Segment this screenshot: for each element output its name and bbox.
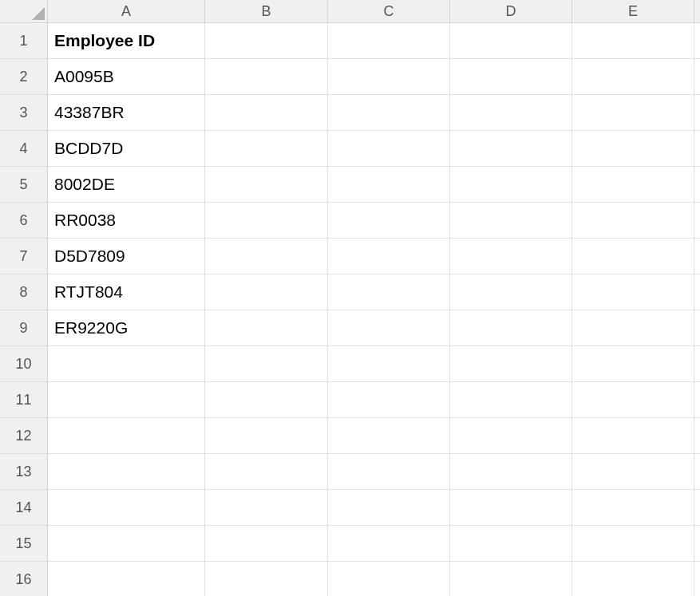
cell-D4[interactable] <box>450 131 572 167</box>
cell-E7[interactable] <box>572 239 694 274</box>
cell-A5[interactable]: 8002DE <box>48 167 205 203</box>
col-header-E[interactable]: E <box>572 0 694 23</box>
cell-D16[interactable] <box>450 562 572 596</box>
cell-C9[interactable] <box>328 310 450 346</box>
cell-E10[interactable] <box>572 346 694 382</box>
cell-D10[interactable] <box>450 346 572 382</box>
row-header-4[interactable]: 4 <box>0 131 48 167</box>
cell-partial-3[interactable] <box>694 95 700 131</box>
cell-C14[interactable] <box>328 490 450 526</box>
cell-partial-14[interactable] <box>694 490 700 526</box>
row-header-2[interactable]: 2 <box>0 59 48 95</box>
row-header-11[interactable]: 11 <box>0 382 48 418</box>
cell-E3[interactable] <box>572 95 694 131</box>
col-header-A[interactable]: A <box>48 0 205 23</box>
row-header-5[interactable]: 5 <box>0 167 48 203</box>
cell-E11[interactable] <box>572 382 694 418</box>
cell-E9[interactable] <box>572 310 694 346</box>
cell-C6[interactable] <box>328 203 450 239</box>
cell-C8[interactable] <box>328 274 450 310</box>
cell-B10[interactable] <box>205 346 328 382</box>
cell-A1[interactable]: Employee ID <box>48 23 205 59</box>
cell-E4[interactable] <box>572 131 694 167</box>
cell-A2[interactable]: A0095B <box>48 59 205 95</box>
cell-E1[interactable] <box>572 23 694 59</box>
cell-A8[interactable]: RTJT804 <box>48 274 205 310</box>
cell-partial-12[interactable] <box>694 418 700 454</box>
row-header-10[interactable]: 10 <box>0 346 48 382</box>
row-header-12[interactable]: 12 <box>0 418 48 454</box>
cell-partial-13[interactable] <box>694 454 700 490</box>
cell-B6[interactable] <box>205 203 328 239</box>
col-header-partial[interactable] <box>694 0 700 23</box>
cell-C13[interactable] <box>328 454 450 490</box>
cell-B3[interactable] <box>205 95 328 131</box>
cell-partial-7[interactable] <box>694 239 700 274</box>
cell-E5[interactable] <box>572 167 694 203</box>
cell-partial-10[interactable] <box>694 346 700 382</box>
cell-E16[interactable] <box>572 562 694 596</box>
cell-C5[interactable] <box>328 167 450 203</box>
row-header-7[interactable]: 7 <box>0 239 48 274</box>
cell-A10[interactable] <box>48 346 205 382</box>
cell-A14[interactable] <box>48 490 205 526</box>
cell-A4[interactable]: BCDD7D <box>48 131 205 167</box>
spreadsheet-grid[interactable]: A B C D E 1 Employee ID 2 A0095B 3 43387… <box>0 0 700 596</box>
cell-E14[interactable] <box>572 490 694 526</box>
cell-B14[interactable] <box>205 490 328 526</box>
cell-partial-6[interactable] <box>694 203 700 239</box>
row-header-3[interactable]: 3 <box>0 95 48 131</box>
cell-B1[interactable] <box>205 23 328 59</box>
cell-D7[interactable] <box>450 239 572 274</box>
col-header-D[interactable]: D <box>450 0 572 23</box>
cell-D1[interactable] <box>450 23 572 59</box>
cell-partial-11[interactable] <box>694 382 700 418</box>
cell-B13[interactable] <box>205 454 328 490</box>
cell-partial-9[interactable] <box>694 310 700 346</box>
row-header-9[interactable]: 9 <box>0 310 48 346</box>
cell-D11[interactable] <box>450 382 572 418</box>
row-header-13[interactable]: 13 <box>0 454 48 490</box>
cell-B12[interactable] <box>205 418 328 454</box>
cell-B11[interactable] <box>205 382 328 418</box>
cell-partial-16[interactable] <box>694 562 700 596</box>
cell-partial-2[interactable] <box>694 59 700 95</box>
cell-A9[interactable]: ER9220G <box>48 310 205 346</box>
cell-D14[interactable] <box>450 490 572 526</box>
cell-B8[interactable] <box>205 274 328 310</box>
cell-B16[interactable] <box>205 562 328 596</box>
row-header-15[interactable]: 15 <box>0 526 48 562</box>
cell-A6[interactable]: RR0038 <box>48 203 205 239</box>
cell-C4[interactable] <box>328 131 450 167</box>
cell-A3[interactable]: 43387BR <box>48 95 205 131</box>
cell-C11[interactable] <box>328 382 450 418</box>
cell-C1[interactable] <box>328 23 450 59</box>
cell-C7[interactable] <box>328 239 450 274</box>
row-header-1[interactable]: 1 <box>0 23 48 59</box>
cell-C2[interactable] <box>328 59 450 95</box>
cell-D15[interactable] <box>450 526 572 562</box>
cell-D6[interactable] <box>450 203 572 239</box>
cell-E6[interactable] <box>572 203 694 239</box>
col-header-C[interactable]: C <box>328 0 450 23</box>
cell-partial-4[interactable] <box>694 131 700 167</box>
cell-D5[interactable] <box>450 167 572 203</box>
cell-D2[interactable] <box>450 59 572 95</box>
select-all-corner[interactable] <box>0 0 48 23</box>
cell-B4[interactable] <box>205 131 328 167</box>
cell-D9[interactable] <box>450 310 572 346</box>
cell-A11[interactable] <box>48 382 205 418</box>
cell-partial-15[interactable] <box>694 526 700 562</box>
cell-C16[interactable] <box>328 562 450 596</box>
cell-A15[interactable] <box>48 526 205 562</box>
cell-C15[interactable] <box>328 526 450 562</box>
cell-C12[interactable] <box>328 418 450 454</box>
cell-D3[interactable] <box>450 95 572 131</box>
cell-A16[interactable] <box>48 562 205 596</box>
cell-B5[interactable] <box>205 167 328 203</box>
row-header-6[interactable]: 6 <box>0 203 48 239</box>
row-header-8[interactable]: 8 <box>0 274 48 310</box>
cell-B15[interactable] <box>205 526 328 562</box>
col-header-B[interactable]: B <box>205 0 328 23</box>
cell-B7[interactable] <box>205 239 328 274</box>
